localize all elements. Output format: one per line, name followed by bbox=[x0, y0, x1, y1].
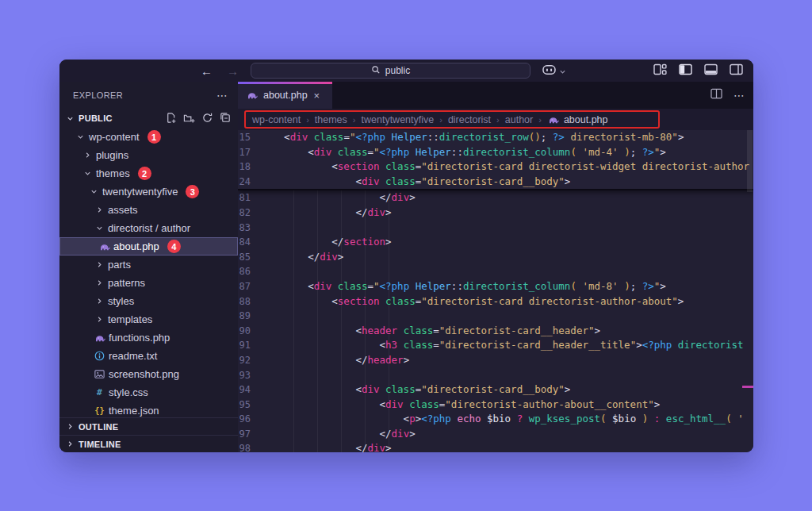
tree-item-styles[interactable]: styles bbox=[59, 292, 238, 310]
code-text: <header class="directorist-card__header"… bbox=[260, 324, 600, 339]
toggle-secondary-sidebar-icon[interactable] bbox=[730, 63, 743, 75]
code-line-97[interactable]: 97 </div> bbox=[238, 427, 753, 442]
chevron-down-icon bbox=[559, 64, 566, 79]
code-line-92[interactable]: 92 </header> bbox=[238, 353, 753, 368]
tree-item-readme-txt[interactable]: readme.txt bbox=[59, 347, 238, 365]
line-number: 95 bbox=[238, 398, 260, 413]
tree-item-label: assets bbox=[108, 204, 138, 216]
tree-item-label: style.css bbox=[109, 386, 148, 398]
image-file-icon bbox=[93, 368, 106, 380]
breadcrumb-item-directorist[interactable]: directorist bbox=[448, 114, 491, 125]
code-lines: 81 </div>82 </div>8384 </section>85 </di… bbox=[238, 190, 753, 452]
line-number: 87 bbox=[238, 279, 260, 294]
refresh-icon[interactable] bbox=[201, 112, 213, 125]
toggle-primary-sidebar-icon[interactable] bbox=[679, 63, 692, 75]
outline-section-header[interactable]: OUTLINE bbox=[59, 417, 238, 435]
navigate-forward-icon[interactable]: → bbox=[227, 65, 239, 77]
code-text: <h3 class="directorist-card__header__tit… bbox=[260, 338, 744, 353]
tree-item-label: styles bbox=[108, 295, 134, 307]
tree-item-theme-json[interactable]: {}theme.json bbox=[59, 402, 238, 417]
tree-item-label: readme.txt bbox=[109, 350, 157, 362]
code-line-86[interactable]: 86 bbox=[238, 264, 753, 279]
code-line-15[interactable]: 15 <div class="<?php Helper::directorist… bbox=[238, 130, 753, 145]
tree-item-patterns[interactable]: patterns bbox=[59, 274, 238, 292]
new-file-icon[interactable] bbox=[165, 112, 177, 125]
breadcrumb-item-themes[interactable]: themes bbox=[315, 114, 347, 125]
code-line-90[interactable]: 90 <header class="directorist-card__head… bbox=[238, 324, 753, 339]
code-line-96[interactable]: 96 <p><?php echo $bio ? wp_kses_post( $b… bbox=[238, 412, 753, 427]
tab-about-php[interactable]: about.php × bbox=[238, 82, 332, 109]
timeline-section-header[interactable]: TIMELINE bbox=[59, 435, 238, 452]
explorer-more-actions-icon[interactable]: ⋯ bbox=[216, 89, 228, 102]
tree-item-screenshot-png[interactable]: screenshot.png bbox=[59, 365, 238, 383]
code-line-88[interactable]: 88 <section class="directorist-card dire… bbox=[238, 294, 753, 309]
editor-more-actions-icon[interactable]: ⋯ bbox=[733, 89, 745, 102]
code-line-93[interactable]: 93 bbox=[238, 368, 753, 383]
code-line-17[interactable]: 17 <div class="<?php Helper::directorist… bbox=[238, 145, 753, 160]
sticky-scroll: 15 <div class="<?php Helper::directorist… bbox=[238, 130, 753, 190]
php-file-icon bbox=[547, 113, 560, 126]
customize-layout-icon[interactable] bbox=[653, 63, 667, 75]
tree-item-label: directorist / author bbox=[108, 222, 190, 234]
tab-bar: about.php × ⋯ bbox=[238, 82, 753, 109]
tree-item-parts[interactable]: parts bbox=[59, 256, 238, 274]
code-line-83[interactable]: 83 bbox=[238, 221, 753, 236]
code-line-85[interactable]: 85 </div> bbox=[238, 250, 753, 265]
code-line-84[interactable]: 84 </section> bbox=[238, 235, 753, 250]
close-tab-icon[interactable]: × bbox=[314, 90, 320, 102]
tree-item-functions-php[interactable]: functions.php bbox=[59, 328, 238, 347]
code-line-82[interactable]: 82 </div> bbox=[238, 206, 753, 221]
line-number: 82 bbox=[238, 206, 260, 221]
tree-item-directorist-author[interactable]: directorist / author bbox=[59, 219, 238, 237]
breadcrumb-item-twentytwentyfive[interactable]: twentytwentyfive bbox=[362, 114, 435, 125]
code-editor[interactable]: 15 <div class="<?php Helper::directorist… bbox=[238, 130, 753, 452]
editor-scrollbar[interactable] bbox=[747, 130, 753, 192]
tree-item-style-css[interactable]: #style.css bbox=[59, 383, 238, 402]
line-number: 84 bbox=[238, 235, 260, 250]
overview-ruler-mark bbox=[742, 386, 753, 388]
tree-item-plugins[interactable]: plugins bbox=[59, 146, 238, 164]
chevron-right-icon bbox=[93, 206, 105, 214]
command-center-search[interactable]: public bbox=[251, 63, 530, 79]
code-line-18[interactable]: 18 <section class="directorist-card dire… bbox=[238, 159, 753, 175]
new-folder-icon[interactable] bbox=[183, 112, 195, 125]
breadcrumb-item-about-php[interactable]: about.php bbox=[547, 113, 608, 126]
navigate-back-icon[interactable]: ← bbox=[201, 65, 213, 77]
tree-item-templates[interactable]: templates bbox=[59, 310, 238, 328]
code-line-94[interactable]: 94 <div class="directorist-card__body"> bbox=[238, 382, 753, 398]
tree-item-themes[interactable]: themes2 bbox=[59, 164, 238, 182]
search-icon bbox=[371, 65, 381, 77]
split-editor-icon[interactable] bbox=[710, 88, 722, 102]
breadcrumb-item-author[interactable]: author bbox=[505, 114, 533, 125]
breadcrumb-item-wp-content[interactable]: wp-content bbox=[252, 114, 301, 125]
workspace-section-header[interactable]: PUBLIC bbox=[59, 109, 238, 128]
tree-item-wp-content[interactable]: wp-content1 bbox=[59, 128, 238, 146]
copilot-menu[interactable] bbox=[542, 63, 566, 79]
code-line-87[interactable]: 87 <div class="<?php Helper::directorist… bbox=[238, 279, 753, 294]
tree-item-twentytwentyfive[interactable]: twentytwentyfive3 bbox=[59, 182, 238, 201]
tree-item-label: patterns bbox=[108, 277, 145, 289]
annotation-badge: 4 bbox=[167, 240, 181, 253]
tree-item-about-php[interactable]: about.php4 bbox=[59, 237, 238, 256]
line-number: 93 bbox=[238, 368, 260, 383]
collapse-all-icon[interactable] bbox=[220, 112, 232, 125]
line-number: 18 bbox=[238, 159, 260, 175]
copilot-icon bbox=[542, 63, 557, 79]
code-line-81[interactable]: 81 </div> bbox=[238, 190, 753, 206]
tree-item-assets[interactable]: assets bbox=[59, 201, 238, 219]
tree-item-label: wp-content bbox=[89, 131, 140, 143]
toggle-panel-icon[interactable] bbox=[704, 63, 718, 75]
code-line-98[interactable]: 98 </div> bbox=[238, 441, 753, 452]
code-line-24[interactable]: 24 <div class="directorist-card__body"> bbox=[238, 175, 753, 190]
code-line-89[interactable]: 89 bbox=[238, 309, 753, 324]
braces-file-icon: {} bbox=[93, 405, 106, 417]
line-number: 86 bbox=[238, 264, 260, 279]
tree-item-label: functions.php bbox=[109, 332, 170, 344]
code-line-91[interactable]: 91 <h3 class="directorist-card__header__… bbox=[238, 338, 753, 353]
php-file-icon bbox=[98, 240, 111, 253]
code-text: </div> bbox=[260, 190, 416, 206]
tree-item-label: theme.json bbox=[109, 405, 159, 417]
chevron-down-icon bbox=[87, 187, 100, 196]
code-line-95[interactable]: 95 <div class="directorist-author-about_… bbox=[238, 398, 753, 413]
desktop-background: ← → public bbox=[0, 0, 812, 511]
